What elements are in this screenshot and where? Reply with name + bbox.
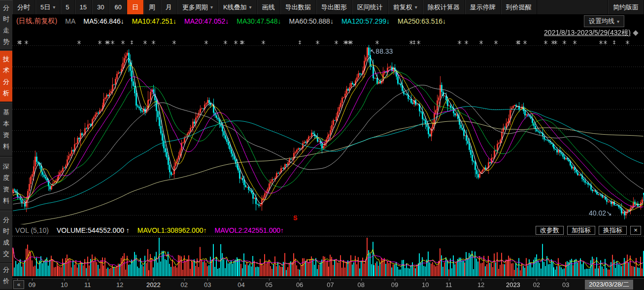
pin-icon[interactable] [633, 30, 638, 36]
sidebar-item-2[interactable]: 技术分析 [0, 50, 12, 103]
stock-app-window: 分时走势技术分析基本资料深度资料分时成交分价表 分时5日▾5153060日周月更… [0, 0, 644, 290]
sidebar-item-label: 资 [3, 186, 9, 193]
axis-label-2: 09 [29, 281, 35, 289]
sidebar-item-label: 分 [3, 78, 9, 85]
toolbar-item-label: 日 [132, 3, 138, 12]
axis-label-19: 02 [533, 281, 540, 289]
chevron-down-icon: ▾ [249, 4, 252, 10]
toolbar-item-7[interactable]: 日 [127, 0, 144, 14]
axis-label-13: 08 [358, 281, 365, 289]
toolbar-item-label: 简约版面 [613, 3, 639, 12]
toolbar-item-label: K线叠加 [223, 3, 247, 12]
toolbar-item-label: 15 [80, 3, 87, 11]
axis-tick [207, 279, 208, 281]
axis-tick [330, 279, 331, 281]
change-params-button[interactable]: 改参数 [536, 226, 564, 235]
axis-tick [566, 279, 566, 281]
toolbar-item-label: 区间统计 [357, 3, 383, 12]
axis-label-16: 11 [445, 281, 452, 289]
axis-label-9: 04 [237, 281, 244, 289]
volume-legend: VOL (5,10)VOLUME:544552.000 ↑MAVOL1:3089… [15, 226, 292, 234]
axis-tick [269, 279, 270, 281]
toolbar-item-8[interactable]: 周 [144, 0, 161, 14]
ma-legend-item-2: MA [65, 17, 75, 25]
toolbar-item-11[interactable]: K线叠加▾ [218, 0, 257, 14]
sidebar-item-label: 势 [3, 38, 9, 45]
chevron-down-icon: ▾ [415, 4, 417, 10]
axis-tick [481, 279, 481, 281]
volume-chart-canvas[interactable] [12, 236, 644, 276]
toolbar-item-label: 5日 [40, 3, 50, 12]
volume-legend-row: VOL (5,10)VOLUME:544552.000 ↑MAVOL1:3089… [12, 224, 644, 236]
signal-marker: S [293, 214, 298, 221]
axis-tick [300, 279, 300, 281]
sidebar-item-label: 析 [3, 90, 9, 97]
ma-settings-button[interactable]: 设置均线 ▾ [584, 15, 624, 27]
sidebar-item-label: 度 [3, 175, 9, 181]
ma-legend-item-7: MA60:50.888↓ [289, 17, 334, 25]
toolbar-item-18[interactable]: 显示停牌 [465, 0, 501, 14]
toolbar-item-label: 60 [114, 3, 121, 11]
toolbar-item-4[interactable]: 15 [75, 0, 92, 14]
toolbar-item-15[interactable]: 区间统计 [352, 0, 388, 14]
sidebar-item-label: 资 [3, 132, 9, 139]
toolbar-item-5[interactable]: 30 [92, 0, 109, 14]
peak-annotation: ↖88.33 [370, 47, 393, 55]
sidebar-item-5[interactable]: 分时成交 [0, 211, 12, 263]
ma-legend-item-6: MA30:47.548↓ [237, 17, 281, 25]
toolbar-item-6[interactable]: 60 [109, 0, 127, 14]
sidebar-item-label: 价 [3, 278, 9, 285]
main-chart: 2021/8/13-2023/5/29(432根) ↖88.33 40.02↘ … [12, 28, 644, 224]
toolbar-item-10[interactable]: 更多周期▾ [177, 0, 218, 14]
toolbar-item-label: 导出数据 [285, 3, 311, 12]
toolbar-item-2[interactable]: 5日▾ [35, 0, 61, 14]
price-chart-canvas[interactable] [12, 28, 644, 224]
sidebar-item-4[interactable]: 深度资料 [0, 157, 12, 211]
toolbar-item-label: 前复权 [393, 3, 412, 12]
ma-legend-item-5: MA20:47.052↓ [184, 17, 229, 25]
toolbar-item-label: 周 [149, 3, 155, 12]
axis-tick [88, 279, 88, 281]
sidebar-item-3[interactable]: 基本资料 [0, 103, 12, 157]
rewind-button[interactable]: « [13, 280, 24, 289]
toolbar-item-17[interactable]: 除权计算器 [423, 0, 465, 14]
axis-tick [32, 279, 33, 281]
sidebar-item-label: 深 [3, 163, 9, 170]
axis-label-4: 11 [84, 281, 91, 289]
chevron-down-icon: ▾ [617, 19, 619, 24]
sidebar-item-label: 本 [3, 120, 9, 127]
toolbar-item-label: 到价提醒 [506, 3, 532, 12]
axis-label-3: 10 [61, 281, 68, 289]
toolbar-item-3[interactable]: 5 [61, 0, 74, 14]
switch-indicator-button[interactable]: 换指标 [599, 226, 627, 235]
sidebar-item-label: 时 [3, 228, 9, 235]
date-range-label[interactable]: 2021/8/13-2023/5/29(432根) [544, 29, 638, 37]
close-indicator-button[interactable]: × [630, 226, 641, 235]
sidebar-item-label: 成 [3, 239, 9, 246]
axis-label-15: 10 [422, 281, 429, 289]
axis-label-7: 02 [180, 281, 187, 289]
add-indicator-button[interactable]: 加指标 [567, 226, 595, 235]
axis-label-11: 06 [296, 281, 303, 289]
period-toolbar: 分时5日▾5153060日周月更多周期▾K线叠加▾画线导出数据导出图形区间统计前… [12, 0, 644, 14]
axis-label-5: 12 [116, 281, 123, 289]
toolbar-item-12[interactable]: 画线 [257, 0, 280, 14]
toolbar-item-13[interactable]: 导出数据 [280, 0, 316, 14]
toolbar-item-9[interactable]: 月 [161, 0, 177, 14]
axis-label-12: 07 [327, 281, 334, 289]
ma-legend-item-3: MA5:46.846↓ [83, 17, 124, 25]
toolbar-item-label: 30 [97, 3, 104, 11]
toolbar-item-19[interactable]: 到价提醒 [501, 0, 537, 14]
sidebar-item-1[interactable]: 分时走势 [0, 0, 12, 50]
volume-buttons: 改参数加指标换指标× [536, 226, 641, 235]
toolbar-item-14[interactable]: 导出图形 [316, 0, 352, 14]
toolbar-item-20[interactable]: 简约版面 [608, 0, 644, 14]
axis-tick [241, 279, 241, 281]
sidebar-item-label: 基 [3, 109, 9, 116]
toolbar-item-label: 画线 [262, 3, 275, 12]
toolbar-item-label: 分时 [17, 3, 30, 12]
sidebar-item-6[interactable]: 分价表 [0, 263, 12, 290]
toolbar-item-16[interactable]: 前复权▾ [388, 0, 423, 14]
toolbar-item-1[interactable]: 分时 [12, 0, 35, 14]
axis-tick [184, 279, 185, 281]
